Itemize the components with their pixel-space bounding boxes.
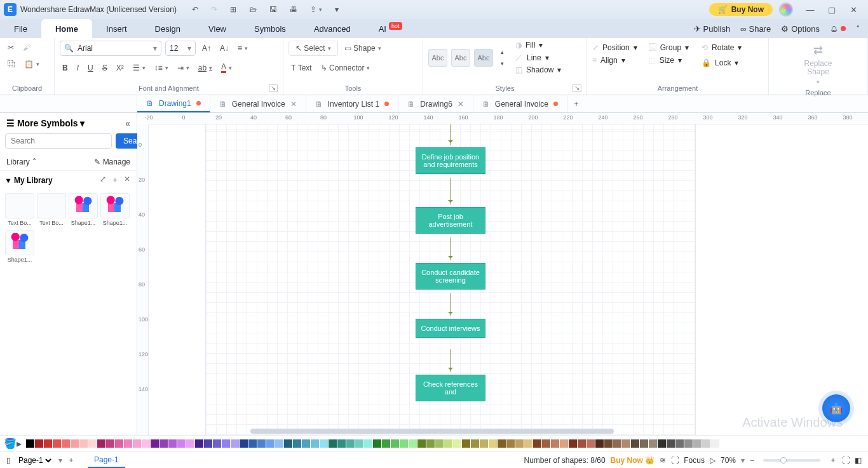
flow-process-node[interactable]: Post job advertisement [416, 207, 485, 234]
color-swatch[interactable] [417, 439, 426, 448]
color-swatch[interactable] [97, 439, 105, 448]
color-swatch[interactable] [382, 439, 390, 448]
text-tool-button[interactable]: T Text [288, 61, 315, 75]
align-dropdown[interactable]: ≡Align▾ [592, 56, 637, 65]
save-button[interactable]: 🖫 [267, 3, 280, 17]
select-tool-dropdown[interactable]: ↖ Select [288, 41, 338, 56]
shadow-dropdown[interactable]: ◫Shadow ▾ [515, 65, 561, 74]
color-swatch[interactable] [71, 439, 79, 448]
color-swatch[interactable] [79, 439, 88, 448]
color-swatch[interactable] [346, 439, 355, 448]
color-swatch[interactable] [373, 439, 381, 448]
color-swatch[interactable] [480, 439, 488, 448]
increase-font-button[interactable]: A↑ [200, 41, 214, 55]
color-swatch[interactable] [204, 439, 212, 448]
color-swatch[interactable] [248, 439, 257, 448]
focus-button[interactable]: Focus [684, 456, 705, 465]
superscript-button[interactable]: X² [114, 61, 126, 75]
panels-icon[interactable]: ◧ [855, 456, 862, 465]
color-swatch[interactable] [124, 439, 132, 448]
fit-icon[interactable]: ⛶ [671, 456, 679, 465]
color-swatch[interactable] [684, 439, 693, 448]
style-preset-1[interactable]: Abc [428, 49, 447, 67]
color-swatch[interactable] [444, 439, 452, 448]
zoom-slider[interactable] [763, 459, 820, 462]
flow-arrow[interactable] [450, 124, 451, 145]
color-swatch[interactable] [337, 439, 346, 448]
doc-tab[interactable]: 🗎General Invoice [473, 95, 567, 112]
maximize-button[interactable]: ▢ [821, 5, 843, 15]
flow-process-node[interactable]: Define job position and requirements [416, 147, 485, 174]
close-tab-button[interactable]: ✕ [290, 100, 297, 109]
new-button[interactable]: ⊞ [227, 3, 239, 17]
color-swatch[interactable] [613, 439, 621, 448]
library-shape[interactable]: Shape1... [69, 193, 98, 226]
color-swatch[interactable] [560, 439, 568, 448]
layers-icon[interactable]: ≋ [660, 456, 666, 465]
color-swatch[interactable] [142, 439, 150, 448]
menu-item-home[interactable]: Home [41, 19, 92, 38]
color-swatch[interactable] [675, 439, 684, 448]
color-swatch[interactable] [266, 439, 275, 448]
font-dialog-launcher[interactable]: ↘ [269, 84, 278, 92]
manage-link[interactable]: ✎ Manage [94, 157, 130, 166]
color-swatch[interactable] [426, 439, 435, 448]
flow-process-node[interactable]: Conduct candidate screening [416, 263, 485, 290]
color-swatch[interactable] [489, 439, 497, 448]
font-size-selector[interactable]: 12▾ [165, 41, 196, 56]
flow-arrow[interactable] [450, 349, 451, 372]
color-swatch[interactable] [88, 439, 97, 448]
bold-button[interactable]: B [60, 61, 71, 75]
redo-button[interactable]: ↷ [208, 3, 220, 17]
color-swatch[interactable] [498, 439, 506, 448]
color-swatch[interactable] [631, 439, 639, 448]
symbol-search-input[interactable] [5, 133, 112, 149]
add-tab-button[interactable]: ＋ [567, 95, 585, 112]
share-button[interactable]: ∞Share [740, 24, 771, 34]
color-swatch[interactable] [284, 439, 292, 448]
status-buy-now[interactable]: Buy Now 👑 [611, 456, 655, 465]
color-swatch[interactable] [320, 439, 328, 448]
color-swatch[interactable] [159, 439, 168, 448]
zoom-out-button[interactable]: − [750, 456, 754, 465]
doc-tab[interactable]: 🗎General Invoice✕ [210, 95, 306, 112]
assistant-button[interactable]: 🤖 [822, 394, 850, 422]
menu-item-advanced[interactable]: Advanced [300, 19, 365, 38]
color-swatch[interactable] [115, 439, 123, 448]
menu-item-insert[interactable]: Insert [92, 19, 141, 38]
flow-process-node[interactable]: Conduct interviews [416, 319, 485, 338]
color-swatch[interactable] [720, 439, 728, 448]
color-swatch[interactable] [640, 439, 648, 448]
lib-close-icon[interactable]: ✕ [124, 175, 130, 185]
color-swatch[interactable] [26, 439, 34, 448]
color-swatch[interactable] [213, 439, 221, 448]
fill-bucket-icon[interactable]: 🪣▸ [4, 438, 22, 450]
color-swatch[interactable] [622, 439, 630, 448]
style-preset-3[interactable]: Abc [474, 49, 493, 67]
format-painter-button[interactable]: 🖌 [20, 41, 33, 55]
canvas[interactable]: StartDefine job position and requirement… [149, 124, 868, 435]
color-swatch[interactable] [133, 439, 141, 448]
color-swatch[interactable] [702, 439, 710, 448]
page-tab[interactable]: Page-1 [88, 453, 125, 468]
collapse-panel-button[interactable]: « [125, 118, 130, 128]
color-swatch[interactable] [329, 439, 337, 448]
color-swatch[interactable] [587, 439, 595, 448]
notifications-button[interactable]: 🕭 [830, 24, 846, 34]
horizontal-scrollbar[interactable] [250, 429, 614, 434]
color-swatch[interactable] [35, 439, 43, 448]
size-dropdown[interactable]: ⬚Size▾ [649, 56, 689, 65]
open-button[interactable]: 🗁 [247, 3, 259, 17]
group-dropdown[interactable]: ⿺Group▾ [649, 43, 689, 52]
color-swatch[interactable] [435, 439, 444, 448]
more-symbols-dropdown[interactable]: ☰ More Symbols ▾ [6, 118, 85, 128]
color-swatch[interactable] [275, 439, 283, 448]
doc-tab[interactable]: 🗎Inventory List 1 [306, 95, 398, 112]
color-swatch[interactable] [195, 439, 203, 448]
flow-arrow[interactable] [450, 237, 451, 260]
color-swatch[interactable] [106, 439, 114, 448]
color-swatch[interactable] [240, 439, 248, 448]
shape-tool-dropdown[interactable]: ▭ Shape [342, 41, 384, 55]
menu-item-file[interactable]: File [0, 19, 41, 38]
color-swatch[interactable] [595, 439, 604, 448]
